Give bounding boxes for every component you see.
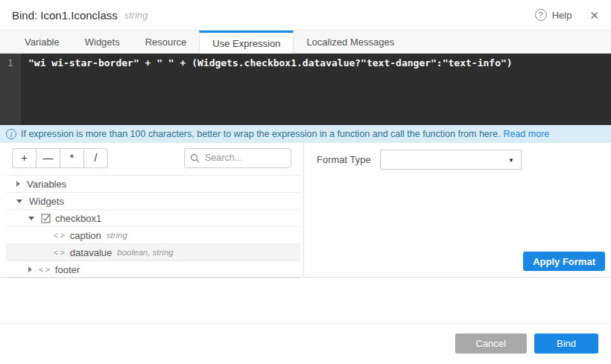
property-icon: <> xyxy=(54,248,66,257)
info-text: If expression is more than 100 character… xyxy=(21,129,500,139)
tree-item-variables[interactable]: Variables xyxy=(6,176,300,193)
tree-item-checkbox1[interactable]: checkbox1 xyxy=(6,210,300,227)
plus-operator-button[interactable]: + xyxy=(12,148,37,168)
tab-bar: Variable Widgets Resource Use Expression… xyxy=(0,31,611,54)
tree-toolbar: + — * / xyxy=(0,143,303,168)
tab-widgets[interactable]: Widgets xyxy=(72,31,133,53)
apply-format-button[interactable]: Apply Format xyxy=(523,252,605,271)
search-box xyxy=(184,148,291,168)
bind-dialog: Bind: Icon1.Iconclass string ? Help ✕ Va… xyxy=(0,0,611,364)
expression-code[interactable]: "wi wi-star-border" + " " + (Widgets.che… xyxy=(21,54,513,125)
operator-group: + — * / xyxy=(12,148,108,168)
tree-item-label: footer xyxy=(55,264,80,275)
checkbox-widget-icon xyxy=(41,214,51,223)
help-button[interactable]: ? Help xyxy=(535,9,572,21)
search-icon xyxy=(190,153,200,163)
format-type-select-wrap: ▼ xyxy=(380,150,522,170)
property-icon: <> xyxy=(54,231,66,240)
tree-item-label: Variables xyxy=(27,179,66,190)
tree-item-footer[interactable]: <> footer xyxy=(6,261,300,278)
line-number: 1 xyxy=(7,57,13,68)
main-area: + — * / Variables xyxy=(0,143,611,278)
divide-operator-button[interactable]: / xyxy=(83,148,108,168)
header-actions: ? Help ✕ xyxy=(535,9,599,21)
tree-item-type: string xyxy=(107,231,127,240)
expander-collapsed-icon[interactable] xyxy=(16,181,20,187)
dialog-header: Bind: Icon1.Iconclass string ? Help ✕ xyxy=(0,0,611,31)
tree-item-label: datavalue xyxy=(70,247,112,258)
tab-resource[interactable]: Resource xyxy=(133,31,200,53)
editor-gutter: 1 xyxy=(0,54,21,125)
minus-operator-button[interactable]: — xyxy=(36,148,60,168)
cancel-button[interactable]: Cancel xyxy=(455,333,527,354)
help-icon: ? xyxy=(535,9,547,21)
expression-editor[interactable]: 1 "wi wi-star-border" + " " + (Widgets.c… xyxy=(0,54,611,125)
tree-item-datavalue[interactable]: <> datavalue boolean, string xyxy=(6,244,300,261)
expression-tree-panel: + — * / Variables xyxy=(0,143,304,278)
tree-item-type: boolean, string xyxy=(117,248,173,257)
page-title: Bind: Icon1.Iconclass xyxy=(12,9,118,22)
format-type-row: Format Type ▼ xyxy=(304,143,611,170)
multiply-operator-button[interactable]: * xyxy=(60,148,84,168)
expander-collapsed-icon[interactable] xyxy=(28,266,32,272)
help-label: Help xyxy=(552,10,572,21)
close-icon[interactable]: ✕ xyxy=(589,10,599,21)
format-panel: Format Type ▼ Apply Format xyxy=(304,143,611,278)
expander-expanded-icon[interactable] xyxy=(16,199,22,203)
tab-use-expression[interactable]: Use Expression xyxy=(199,31,294,54)
expander-expanded-icon[interactable] xyxy=(28,217,34,220)
tree-item-caption[interactable]: <> caption string xyxy=(6,227,300,244)
read-more-link[interactable]: Read more xyxy=(503,129,549,139)
format-type-label: Format Type xyxy=(317,154,380,165)
tab-localized-messages[interactable]: Localized Messages xyxy=(294,31,407,53)
format-type-select[interactable] xyxy=(380,150,522,170)
dialog-footer: Cancel Bind xyxy=(0,323,611,364)
info-bar: i If expression is more than 100 charact… xyxy=(0,125,611,143)
tab-variable[interactable]: Variable xyxy=(12,31,72,53)
title-type-hint: string xyxy=(124,10,148,21)
tree-item-label: caption xyxy=(70,230,101,241)
tree-item-label: checkbox1 xyxy=(55,213,101,224)
property-icon: <> xyxy=(39,265,51,274)
tree-item-widgets[interactable]: Widgets xyxy=(6,193,300,210)
tree-item-label: Widgets xyxy=(29,196,64,207)
bind-button[interactable]: Bind xyxy=(534,333,598,354)
info-icon: i xyxy=(6,129,16,139)
binding-tree: Variables Widgets checkbox1 xyxy=(6,175,300,278)
search-input[interactable] xyxy=(184,148,291,168)
